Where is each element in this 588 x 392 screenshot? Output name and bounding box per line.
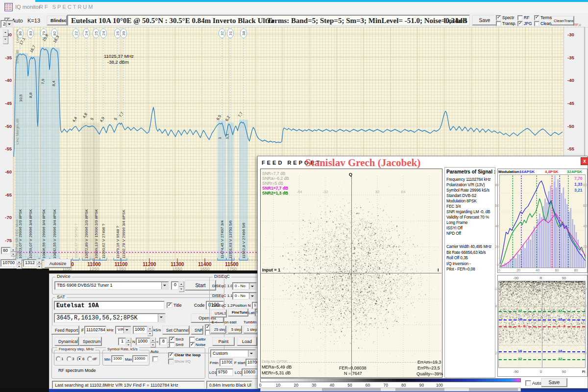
scrollbar-thumb[interactable] xyxy=(395,388,444,391)
sr-auto-checkbox[interactable] xyxy=(152,356,158,362)
step1-button[interactable]: 1 step xyxy=(243,325,258,334)
constellation-scale-label: 64 xyxy=(398,190,408,194)
phase-bottom-label: 0 xyxy=(537,369,545,374)
chevron-down-icon[interactable] xyxy=(161,282,168,289)
steps25-button[interactable]: 25 steps xyxy=(210,325,226,334)
svg-text:83: 83 xyxy=(28,31,33,35)
param-line: Validity of Forecast 70 % xyxy=(446,215,489,220)
polarity-combo[interactable]: V/R xyxy=(115,326,131,334)
min-input[interactable]: 1000 xyxy=(111,355,124,363)
param-line: Pilot - FER=0,08 xyxy=(446,267,475,271)
chevron-down-icon[interactable] xyxy=(249,283,256,289)
level-updown[interactable] xyxy=(3,29,8,42)
modchart-title: Modulation: xyxy=(498,170,520,174)
paint-button[interactable]: Paint xyxy=(212,337,235,346)
svg-text:39: 39 xyxy=(122,31,126,35)
chevron-down-icon[interactable] xyxy=(248,350,255,357)
phase-fi-label: Fi xyxy=(582,369,586,374)
scrollbar-thumb[interactable] xyxy=(322,388,381,391)
dynamical-button[interactable]: Dynamical xyxy=(54,337,79,346)
modchart-ytick: 0 xyxy=(494,263,499,267)
chevron-down-icon[interactable] xyxy=(249,293,256,299)
transponder-combo[interactable]: 3645,R,16130,56,S2;8PSK xyxy=(54,313,166,323)
radio-3mhz[interactable] xyxy=(67,356,72,362)
feed-report-window: FEED REPORT Stanislav Grech (Jacobek) x … xyxy=(257,156,588,389)
clear-loop-checkbox[interactable] xyxy=(168,352,174,358)
param-line: Long Frame xyxy=(446,220,467,225)
svg-text:10842,55 V 29996 3/4 8PSK: 10842,55 V 29996 3/4 8PSK xyxy=(52,209,57,259)
svg-text:11102,78 V 29996 3/4 8PSK: 11102,78 V 29996 3/4 8PSK xyxy=(122,209,126,259)
load-button[interactable]: Load xyxy=(237,337,257,346)
quality-scale-label: 60 xyxy=(362,383,374,388)
frequency-input[interactable]: 11102784 xyxy=(84,326,106,334)
svg-text:11552,8 V 27496 5/6: 11552,8 V 27496 5/6 xyxy=(242,222,246,259)
i-axis-line xyxy=(261,273,441,273)
param-line: Modulation 8PSK xyxy=(446,198,477,203)
device-combo[interactable]: TBS 6908 DVBS/S2 Tuner 1 xyxy=(54,281,169,290)
phase-auto-label: Auto xyxy=(532,381,541,386)
custom-combo[interactable]: Custom xyxy=(210,349,256,358)
svg-text:11079,16 V 9548 ?: 11079,16 V 9548 ? xyxy=(116,225,120,259)
fstart-input[interactable]: 10700 xyxy=(245,359,258,367)
quality-scale-label: 70 xyxy=(380,383,392,388)
chevron-down-icon[interactable] xyxy=(123,327,130,333)
svg-text:16,7: 16,7 xyxy=(29,45,37,53)
svg-text:32: 32 xyxy=(220,31,224,35)
radio-1mhz[interactable] xyxy=(56,356,61,362)
lo1-input[interactable]: 9750 xyxy=(216,368,233,376)
scrollbar[interactable] xyxy=(260,388,521,392)
diseqc12-label: DiSEqC 1.2 xyxy=(212,303,233,308)
sat-name-input[interactable]: Eutelsat 10A xyxy=(54,301,165,310)
snr-button[interactable]: SNR xyxy=(191,325,203,335)
autosize-button[interactable]: Autosize xyxy=(44,259,72,268)
modchart-xtick: 80 xyxy=(573,269,579,272)
chevron-down-icon[interactable] xyxy=(158,314,165,322)
phase-threshold-label: 32 xyxy=(517,357,522,361)
show-iq-checkbox[interactable] xyxy=(168,359,174,365)
close-icon[interactable]: x xyxy=(581,157,588,165)
errph-value: ErrPh=23,5 xyxy=(417,366,440,370)
usals-button[interactable]: USALS xyxy=(211,309,227,318)
radio-df[interactable] xyxy=(87,356,93,362)
phase-auto-checkbox[interactable] xyxy=(525,380,531,386)
set-channel-button[interactable]: Set Channel xyxy=(162,325,190,335)
feed-report-button[interactable]: Feed Report xyxy=(51,325,79,335)
khz-label: kHz xyxy=(107,328,114,332)
spectrum-button[interactable]: Spectrum xyxy=(79,337,102,346)
i-axis-label: I xyxy=(438,268,439,272)
status-bar: Last searching at 11102,8MHz V/R 13V Fin… xyxy=(52,381,205,389)
svg-text:Level,%: Level,% xyxy=(15,29,20,43)
modchart-series-label: 16APSK xyxy=(519,170,535,174)
snr-legend-item: SNRr=5 dB xyxy=(262,181,283,186)
max-label: Max xyxy=(125,357,132,362)
param-line: FEC 3/4 xyxy=(446,204,461,209)
sr-auto-label: Auto xyxy=(150,349,158,354)
phase-center-line xyxy=(542,281,542,368)
lt-label: < xyxy=(156,340,159,344)
svg-text:7,9: 7,9 xyxy=(41,78,45,84)
n-value: N = 7647 xyxy=(344,371,362,376)
phase-side-label: 80 xyxy=(494,304,499,308)
param-line: Frequency 11102784 kHz xyxy=(446,177,490,182)
svg-text:10926,97 V 56790 ?: 10926,97 V 56790 ? xyxy=(74,223,78,259)
snr-legend-item: SNR1=7,7 dB xyxy=(262,186,288,191)
svg-text:11030,62 V 27496 ?: 11030,62 V 27496 ? xyxy=(101,223,106,259)
radio-6mhz[interactable] xyxy=(77,356,82,362)
steps5-button[interactable]: 5 steps xyxy=(227,325,242,334)
control-panel: Device TBS 6908 DVBS/S2 Tuner 1 0 Start … xyxy=(49,273,260,389)
phase-gridline xyxy=(499,353,585,354)
phase-bottom-label: -90 xyxy=(512,369,520,374)
fmin-input[interactable]: 10700 xyxy=(220,359,233,367)
finetune-button[interactable]: FineTune xyxy=(228,308,248,317)
diseqc11-combo[interactable]: 0 - No xyxy=(232,292,257,300)
title-checkbox[interactable] xyxy=(167,302,172,308)
fmin-label: Fmin xyxy=(210,361,219,365)
phase-threshold-label: 32 xyxy=(517,309,522,313)
lo2-input[interactable]: 10600 xyxy=(242,368,258,376)
diseqc10-combo[interactable]: 0 - No xyxy=(232,282,257,290)
phase-save-button[interactable]: Save xyxy=(541,378,567,387)
max-input[interactable]: 10000 xyxy=(132,355,148,363)
svg-text:-38,2 dBm: -38,2 dBm xyxy=(107,59,129,65)
quality-scale-label: 20 xyxy=(290,383,302,388)
scrollbar-thumb[interactable] xyxy=(469,388,518,391)
